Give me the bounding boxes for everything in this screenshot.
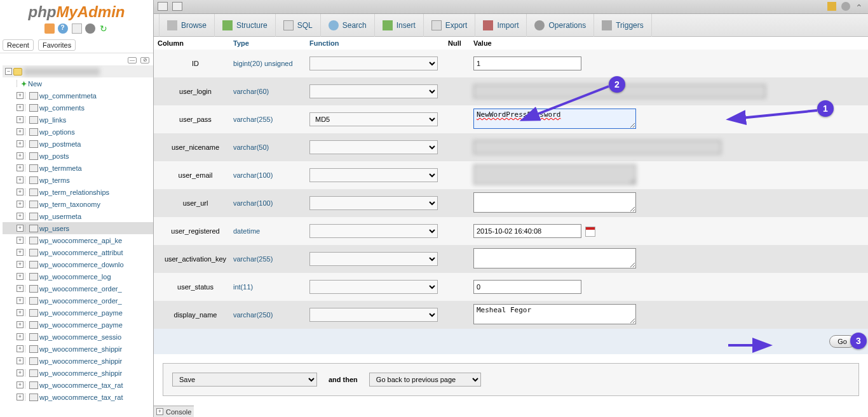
tab-search[interactable]: Search: [321, 14, 375, 37]
expand-icon[interactable]: +: [17, 189, 24, 195]
header-function[interactable]: Function: [309, 39, 448, 47]
expand-icon[interactable]: +: [17, 261, 24, 268]
nav-back-icon[interactable]: [158, 2, 168, 11]
home-icon[interactable]: [44, 23, 55, 34]
function-select[interactable]: [309, 196, 438, 210]
expand-icon[interactable]: +: [17, 152, 24, 159]
expand-icon[interactable]: +: [17, 92, 24, 99]
expand-icon[interactable]: +: [17, 128, 24, 135]
table-node[interactable]: +wp_usermeta: [3, 210, 153, 222]
function-select[interactable]: [309, 224, 438, 238]
table-node[interactable]: +wp_termmeta: [3, 162, 153, 174]
table-node[interactable]: +wp_woocommerce_payme: [3, 319, 153, 331]
save-select[interactable]: Save: [172, 373, 317, 387]
expand-icon[interactable]: +: [17, 357, 24, 364]
expand-icon[interactable]: +: [17, 345, 24, 352]
db-root-node[interactable]: −: [3, 65, 153, 77]
table-node[interactable]: +wp_postmeta: [3, 138, 153, 150]
expand-icon[interactable]: +: [17, 116, 24, 123]
table-node[interactable]: +wp_woocommerce_downlo: [3, 258, 153, 270]
recent-tab[interactable]: Recent: [3, 39, 34, 51]
tab-insert[interactable]: Insert: [375, 14, 424, 37]
table-node[interactable]: +wp_woocommerce_log: [3, 270, 153, 282]
collapse-all-icon[interactable]: —: [128, 57, 137, 63]
table-node[interactable]: +wp_woocommerce_order_: [3, 282, 153, 295]
calendar-icon[interactable]: [585, 227, 595, 237]
tab-export[interactable]: Export: [424, 14, 476, 37]
function-select[interactable]: [309, 280, 438, 294]
favorites-tab[interactable]: Favorites: [38, 39, 76, 51]
console-expand-icon[interactable]: +: [156, 408, 163, 415]
docs-icon[interactable]: [72, 23, 82, 34]
then-select[interactable]: Go back to previous page: [369, 373, 481, 387]
expand-icon[interactable]: +: [17, 273, 24, 280]
tab-import[interactable]: Import: [475, 14, 527, 37]
expand-icon[interactable]: +: [17, 285, 24, 292]
table-node[interactable]: +wp_woocommerce_sessio: [3, 331, 153, 343]
tab-browse[interactable]: Browse: [159, 14, 215, 37]
expand-icon[interactable]: +: [17, 225, 24, 232]
new-table-node[interactable]: ✦ New: [3, 77, 153, 89]
lock-icon[interactable]: [827, 2, 836, 11]
table-node[interactable]: +wp_woocommerce_api_ke: [3, 234, 153, 246]
table-node[interactable]: +wp_options: [3, 126, 153, 138]
table-node[interactable]: +wp_links: [3, 114, 153, 126]
tab-operations[interactable]: Operations: [527, 14, 594, 37]
table-node[interactable]: +wp_woocommerce_shippir: [3, 367, 153, 379]
value-date[interactable]: [473, 224, 581, 238]
nav-window-icon[interactable]: [172, 2, 182, 11]
table-node[interactable]: +wp_woocommerce_shippir: [3, 343, 153, 355]
page-settings-icon[interactable]: [841, 2, 850, 11]
expand-icon[interactable]: +: [17, 237, 24, 244]
value-input[interactable]: [473, 280, 581, 294]
collapse-icon[interactable]: ⌃: [855, 4, 864, 13]
expand-icon[interactable]: +: [17, 104, 24, 111]
tab-structure[interactable]: Structure: [215, 14, 276, 37]
value-textarea[interactable]: [473, 164, 636, 185]
table-node[interactable]: +wp_commentmeta: [3, 89, 153, 102]
value-textarea[interactable]: Mesheal Fegor: [473, 304, 636, 324]
function-select[interactable]: [309, 308, 438, 322]
expand-icon[interactable]: +: [17, 333, 24, 340]
expand-icon[interactable]: +: [17, 164, 24, 171]
logo[interactable]: phpMyAdmin: [0, 0, 153, 22]
help-icon[interactable]: [58, 23, 68, 34]
value-input[interactable]: [473, 140, 721, 154]
expand-icon[interactable]: +: [17, 213, 24, 220]
table-node[interactable]: +wp_woocommerce_tax_rat: [3, 391, 153, 403]
function-select[interactable]: [309, 84, 438, 98]
expand-icon[interactable]: +: [17, 309, 24, 316]
tab-sql[interactable]: SQL: [276, 14, 321, 37]
value-textarea[interactable]: [473, 192, 636, 213]
expand-icon[interactable]: +: [17, 321, 24, 328]
table-node[interactable]: +wp_woocommerce_shippir: [3, 355, 153, 367]
function-select[interactable]: [309, 140, 438, 154]
table-node[interactable]: +wp_terms: [3, 174, 153, 186]
table-node[interactable]: +wp_term_taxonomy: [3, 198, 153, 210]
expand-icon[interactable]: +: [17, 394, 24, 400]
value-textarea[interactable]: [473, 248, 636, 268]
expand-icon[interactable]: +: [17, 297, 24, 304]
table-node[interactable]: +wp_term_relationships: [3, 186, 153, 198]
table-node[interactable]: +wp_users: [3, 222, 153, 234]
expand-icon[interactable]: +: [17, 381, 24, 388]
expand-icon[interactable]: +: [17, 369, 24, 376]
settings-icon[interactable]: [85, 23, 95, 34]
expand-icon[interactable]: +: [17, 201, 24, 208]
table-node[interactable]: +wp_woocommerce_attribut: [3, 246, 153, 258]
function-select[interactable]: MD5: [309, 112, 438, 126]
expand-icon[interactable]: +: [17, 249, 24, 256]
table-node[interactable]: +wp_woocommerce_tax_rat: [3, 379, 153, 391]
refresh-icon[interactable]: ↻: [98, 23, 109, 34]
value-input[interactable]: [473, 56, 581, 70]
tab-triggers[interactable]: Triggers: [594, 14, 652, 37]
function-select[interactable]: [309, 168, 438, 182]
console-bar[interactable]: + Console: [154, 406, 194, 417]
link-icon[interactable]: ⊘: [140, 57, 149, 63]
table-node[interactable]: +wp_woocommerce_order_: [3, 295, 153, 307]
function-select[interactable]: [309, 252, 438, 266]
function-select[interactable]: [309, 56, 438, 70]
expand-icon[interactable]: +: [17, 176, 24, 183]
table-node[interactable]: +wp_woocommerce_payme: [3, 307, 153, 319]
table-node[interactable]: +wp_comments: [3, 102, 153, 114]
